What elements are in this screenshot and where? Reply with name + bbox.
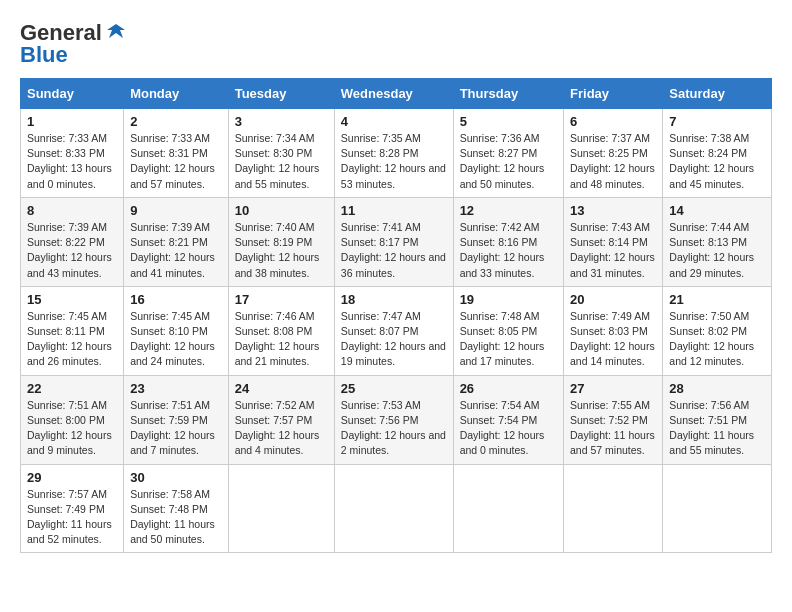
calendar-cell: 27Sunrise: 7:55 AM Sunset: 7:52 PM Dayli…: [564, 375, 663, 464]
calendar-cell: 26Sunrise: 7:54 AM Sunset: 7:54 PM Dayli…: [453, 375, 563, 464]
calendar-cell: 11Sunrise: 7:41 AM Sunset: 8:17 PM Dayli…: [334, 197, 453, 286]
day-detail: Sunrise: 7:52 AM Sunset: 7:57 PM Dayligh…: [235, 398, 328, 459]
calendar-cell: 20Sunrise: 7:49 AM Sunset: 8:03 PM Dayli…: [564, 286, 663, 375]
calendar-cell: 15Sunrise: 7:45 AM Sunset: 8:11 PM Dayli…: [21, 286, 124, 375]
calendar-cell: 28Sunrise: 7:56 AM Sunset: 7:51 PM Dayli…: [663, 375, 772, 464]
day-number: 30: [130, 470, 222, 485]
day-detail: Sunrise: 7:41 AM Sunset: 8:17 PM Dayligh…: [341, 220, 447, 281]
day-detail: Sunrise: 7:57 AM Sunset: 7:49 PM Dayligh…: [27, 487, 117, 548]
calendar-week-row: 8Sunrise: 7:39 AM Sunset: 8:22 PM Daylig…: [21, 197, 772, 286]
calendar-cell: 21Sunrise: 7:50 AM Sunset: 8:02 PM Dayli…: [663, 286, 772, 375]
day-detail: Sunrise: 7:45 AM Sunset: 8:10 PM Dayligh…: [130, 309, 222, 370]
day-detail: Sunrise: 7:39 AM Sunset: 8:22 PM Dayligh…: [27, 220, 117, 281]
day-detail: Sunrise: 7:35 AM Sunset: 8:28 PM Dayligh…: [341, 131, 447, 192]
day-detail: Sunrise: 7:49 AM Sunset: 8:03 PM Dayligh…: [570, 309, 656, 370]
logo-bird-icon: [105, 20, 127, 42]
col-header-tuesday: Tuesday: [228, 79, 334, 109]
calendar-cell: 6Sunrise: 7:37 AM Sunset: 8:25 PM Daylig…: [564, 109, 663, 198]
day-number: 5: [460, 114, 557, 129]
day-detail: Sunrise: 7:50 AM Sunset: 8:02 PM Dayligh…: [669, 309, 765, 370]
day-detail: Sunrise: 7:51 AM Sunset: 7:59 PM Dayligh…: [130, 398, 222, 459]
day-number: 21: [669, 292, 765, 307]
day-number: 8: [27, 203, 117, 218]
day-detail: Sunrise: 7:53 AM Sunset: 7:56 PM Dayligh…: [341, 398, 447, 459]
calendar-cell: 12Sunrise: 7:42 AM Sunset: 8:16 PM Dayli…: [453, 197, 563, 286]
day-detail: Sunrise: 7:46 AM Sunset: 8:08 PM Dayligh…: [235, 309, 328, 370]
day-number: 29: [27, 470, 117, 485]
calendar-table: SundayMondayTuesdayWednesdayThursdayFrid…: [20, 78, 772, 553]
day-detail: Sunrise: 7:55 AM Sunset: 7:52 PM Dayligh…: [570, 398, 656, 459]
day-detail: Sunrise: 7:48 AM Sunset: 8:05 PM Dayligh…: [460, 309, 557, 370]
calendar-cell: [663, 464, 772, 553]
page-header: General Blue: [20, 20, 772, 68]
day-number: 13: [570, 203, 656, 218]
day-number: 28: [669, 381, 765, 396]
day-number: 15: [27, 292, 117, 307]
calendar-week-row: 22Sunrise: 7:51 AM Sunset: 8:00 PM Dayli…: [21, 375, 772, 464]
day-detail: Sunrise: 7:37 AM Sunset: 8:25 PM Dayligh…: [570, 131, 656, 192]
day-number: 11: [341, 203, 447, 218]
day-detail: Sunrise: 7:54 AM Sunset: 7:54 PM Dayligh…: [460, 398, 557, 459]
logo-blue-text: Blue: [20, 42, 68, 68]
calendar-week-row: 15Sunrise: 7:45 AM Sunset: 8:11 PM Dayli…: [21, 286, 772, 375]
day-number: 18: [341, 292, 447, 307]
calendar-cell: 25Sunrise: 7:53 AM Sunset: 7:56 PM Dayli…: [334, 375, 453, 464]
day-detail: Sunrise: 7:51 AM Sunset: 8:00 PM Dayligh…: [27, 398, 117, 459]
calendar-cell: 29Sunrise: 7:57 AM Sunset: 7:49 PM Dayli…: [21, 464, 124, 553]
day-number: 12: [460, 203, 557, 218]
day-detail: Sunrise: 7:33 AM Sunset: 8:33 PM Dayligh…: [27, 131, 117, 192]
day-detail: Sunrise: 7:43 AM Sunset: 8:14 PM Dayligh…: [570, 220, 656, 281]
day-number: 26: [460, 381, 557, 396]
calendar-cell: 14Sunrise: 7:44 AM Sunset: 8:13 PM Dayli…: [663, 197, 772, 286]
calendar-cell: 30Sunrise: 7:58 AM Sunset: 7:48 PM Dayli…: [124, 464, 229, 553]
col-header-thursday: Thursday: [453, 79, 563, 109]
day-detail: Sunrise: 7:39 AM Sunset: 8:21 PM Dayligh…: [130, 220, 222, 281]
day-number: 10: [235, 203, 328, 218]
svg-marker-0: [107, 24, 125, 38]
day-number: 20: [570, 292, 656, 307]
day-number: 17: [235, 292, 328, 307]
day-number: 25: [341, 381, 447, 396]
calendar-cell: [228, 464, 334, 553]
day-number: 2: [130, 114, 222, 129]
day-number: 6: [570, 114, 656, 129]
day-detail: Sunrise: 7:40 AM Sunset: 8:19 PM Dayligh…: [235, 220, 328, 281]
calendar-cell: 18Sunrise: 7:47 AM Sunset: 8:07 PM Dayli…: [334, 286, 453, 375]
day-number: 14: [669, 203, 765, 218]
calendar-cell: 3Sunrise: 7:34 AM Sunset: 8:30 PM Daylig…: [228, 109, 334, 198]
calendar-cell: [453, 464, 563, 553]
calendar-cell: 1Sunrise: 7:33 AM Sunset: 8:33 PM Daylig…: [21, 109, 124, 198]
calendar-week-row: 29Sunrise: 7:57 AM Sunset: 7:49 PM Dayli…: [21, 464, 772, 553]
col-header-saturday: Saturday: [663, 79, 772, 109]
calendar-cell: 13Sunrise: 7:43 AM Sunset: 8:14 PM Dayli…: [564, 197, 663, 286]
calendar-cell: 22Sunrise: 7:51 AM Sunset: 8:00 PM Dayli…: [21, 375, 124, 464]
day-number: 7: [669, 114, 765, 129]
day-detail: Sunrise: 7:34 AM Sunset: 8:30 PM Dayligh…: [235, 131, 328, 192]
day-detail: Sunrise: 7:58 AM Sunset: 7:48 PM Dayligh…: [130, 487, 222, 548]
calendar-cell: [564, 464, 663, 553]
day-number: 24: [235, 381, 328, 396]
calendar-cell: 16Sunrise: 7:45 AM Sunset: 8:10 PM Dayli…: [124, 286, 229, 375]
day-number: 16: [130, 292, 222, 307]
day-number: 9: [130, 203, 222, 218]
day-number: 23: [130, 381, 222, 396]
calendar-cell: 24Sunrise: 7:52 AM Sunset: 7:57 PM Dayli…: [228, 375, 334, 464]
calendar-cell: 9Sunrise: 7:39 AM Sunset: 8:21 PM Daylig…: [124, 197, 229, 286]
calendar-cell: 19Sunrise: 7:48 AM Sunset: 8:05 PM Dayli…: [453, 286, 563, 375]
day-detail: Sunrise: 7:33 AM Sunset: 8:31 PM Dayligh…: [130, 131, 222, 192]
day-detail: Sunrise: 7:47 AM Sunset: 8:07 PM Dayligh…: [341, 309, 447, 370]
day-detail: Sunrise: 7:42 AM Sunset: 8:16 PM Dayligh…: [460, 220, 557, 281]
day-number: 4: [341, 114, 447, 129]
calendar-cell: 7Sunrise: 7:38 AM Sunset: 8:24 PM Daylig…: [663, 109, 772, 198]
day-number: 3: [235, 114, 328, 129]
day-detail: Sunrise: 7:36 AM Sunset: 8:27 PM Dayligh…: [460, 131, 557, 192]
calendar-cell: [334, 464, 453, 553]
day-detail: Sunrise: 7:44 AM Sunset: 8:13 PM Dayligh…: [669, 220, 765, 281]
col-header-friday: Friday: [564, 79, 663, 109]
calendar-cell: 5Sunrise: 7:36 AM Sunset: 8:27 PM Daylig…: [453, 109, 563, 198]
day-number: 19: [460, 292, 557, 307]
calendar-cell: 17Sunrise: 7:46 AM Sunset: 8:08 PM Dayli…: [228, 286, 334, 375]
day-number: 1: [27, 114, 117, 129]
col-header-monday: Monday: [124, 79, 229, 109]
col-header-wednesday: Wednesday: [334, 79, 453, 109]
